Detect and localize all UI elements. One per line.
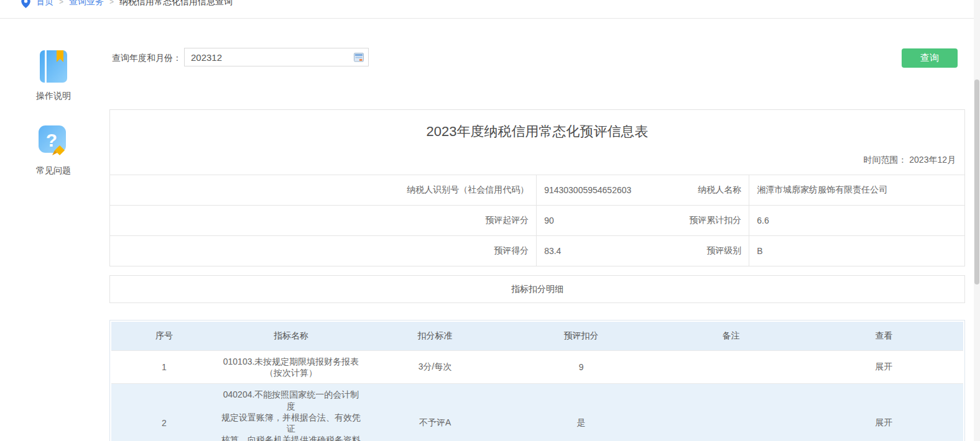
- deduction-detail-section-title: 指标扣分明细: [109, 275, 965, 303]
- header-view: 查看: [805, 322, 963, 351]
- taxpayer-name-value: 湘潭市城廓家纺服饰有限责任公司: [749, 175, 964, 206]
- start-score-value: 90: [537, 206, 642, 236]
- report-panel: 2023年度纳税信用常态化预评信息表 时间范围： 2023年12月 纳税人识别号…: [109, 109, 965, 266]
- time-range-value: 2023年12月: [909, 155, 956, 165]
- table-row: 1 010103.未按规定期限填报财务报表 （按次计算） 3分/每次 9 展开: [111, 351, 963, 384]
- report-summary-table: 纳税人识别号（社会信用代码） 914303005954652603 纳税人名称 …: [110, 175, 964, 266]
- svg-text:?: ?: [46, 130, 57, 150]
- report-panel-head: 2023年度纳税信用常态化预评信息表 时间范围： 2023年12月: [110, 110, 964, 175]
- sidebar: 操作说明 ? 常见问题: [25, 50, 82, 176]
- sidebar-item-operation-guide[interactable]: 操作说明: [36, 50, 71, 102]
- remark-cell: [657, 384, 805, 441]
- breadcrumb: 首页 > 查询业务 > 纳税信用常态化信用信息查询: [21, 0, 233, 12]
- deduction-standard-cell: 3分/每次: [365, 351, 505, 384]
- deduction-detail-table: 序号 指标名称 扣分标准 预评扣分 备注 查看 1 010103.未按规定期限填…: [111, 322, 963, 441]
- header-seq: 序号: [111, 322, 217, 351]
- header-remark: 备注: [657, 322, 805, 351]
- sidebar-item-faq[interactable]: ? 常见问题: [36, 123, 71, 176]
- pre-eval-deduction-cell: 9: [505, 351, 657, 384]
- book-icon: [37, 50, 70, 83]
- remark-cell: [657, 351, 805, 384]
- breadcrumb-home-link[interactable]: 首页: [36, 0, 53, 7]
- table-row: 预评起评分 90 预评累计扣分 6.6: [110, 206, 964, 236]
- final-score-value: 83.4: [537, 236, 642, 266]
- taxpayer-name-label: 纳税人名称: [642, 175, 749, 206]
- sidebar-item-label: 操作说明: [36, 91, 71, 102]
- deduction-standard-cell: 不予评A: [365, 384, 505, 441]
- breadcrumb-separator: >: [59, 0, 63, 6]
- breadcrumb-bar: 首页 > 查询业务 > 纳税信用常态化信用信息查询: [0, 0, 980, 19]
- table-row: 纳税人识别号（社会信用代码） 914303005954652603 纳税人名称 …: [110, 175, 964, 206]
- header-indicator-name: 指标名称: [217, 322, 365, 351]
- header-pre-eval-deduction: 预评扣分: [505, 322, 657, 351]
- credit-level-value: B: [749, 236, 964, 266]
- seq-cell: 2: [111, 384, 217, 441]
- breadcrumb-separator: >: [109, 0, 114, 6]
- start-score-label: 预评起评分: [110, 206, 537, 236]
- year-month-input[interactable]: [185, 48, 368, 66]
- breadcrumb-query-business-link[interactable]: 查询业务: [69, 0, 104, 7]
- query-button[interactable]: 查询: [902, 48, 958, 68]
- query-period-label: 查询年度和月份：: [112, 53, 182, 64]
- breadcrumb-current-page: 纳税信用常态化信用信息查询: [119, 0, 233, 7]
- scrollbar-thumb[interactable]: [974, 80, 979, 284]
- time-range-label: 时间范围：: [863, 155, 907, 165]
- vertical-scrollbar[interactable]: [974, 0, 980, 441]
- year-month-field: [184, 48, 369, 66]
- seq-cell: 1: [111, 351, 217, 384]
- sidebar-item-label: 常见问题: [36, 165, 71, 176]
- table-header-row: 序号 指标名称 扣分标准 预评扣分 备注 查看: [111, 322, 963, 351]
- table-row: 预评得分 83.4 预评级别 B: [110, 236, 964, 266]
- pre-eval-deduction-cell: 是: [505, 384, 657, 441]
- header-deduction-standard: 扣分标准: [365, 322, 505, 351]
- expand-link[interactable]: 展开: [876, 361, 893, 371]
- location-pin-icon: [21, 0, 30, 8]
- indicator-name-cell: 040204.不能按照国家统一的会计制度 规定设置账簿，并根据合法、有效凭证 核…: [217, 384, 365, 441]
- time-range: 时间范围： 2023年12月: [863, 155, 956, 166]
- question-icon: ?: [36, 123, 71, 158]
- taxpayer-id-label: 纳税人识别号（社会信用代码）: [110, 175, 537, 206]
- table-row: 2 040204.不能按照国家统一的会计制度 规定设置账簿，并根据合法、有效凭证…: [111, 384, 963, 441]
- page: 首页 > 查询业务 > 纳税信用常态化信用信息查询 操作说明: [0, 0, 980, 441]
- deduction-detail-panel: 序号 指标名称 扣分标准 预评扣分 备注 查看 1 010103.未按规定期限填…: [109, 320, 965, 441]
- indicator-name-cell: 010103.未按规定期限填报财务报表 （按次计算）: [217, 351, 365, 384]
- expand-link[interactable]: 展开: [876, 417, 893, 427]
- credit-level-label: 预评级别: [642, 236, 749, 266]
- total-deduction-label: 预评累计扣分: [642, 206, 749, 236]
- final-score-label: 预评得分: [110, 236, 537, 266]
- total-deduction-value: 6.6: [749, 206, 964, 236]
- taxpayer-id-value: 914303005954652603: [537, 175, 642, 206]
- calendar-icon[interactable]: [354, 53, 364, 62]
- report-title: 2023年度纳税信用常态化预评信息表: [110, 122, 964, 141]
